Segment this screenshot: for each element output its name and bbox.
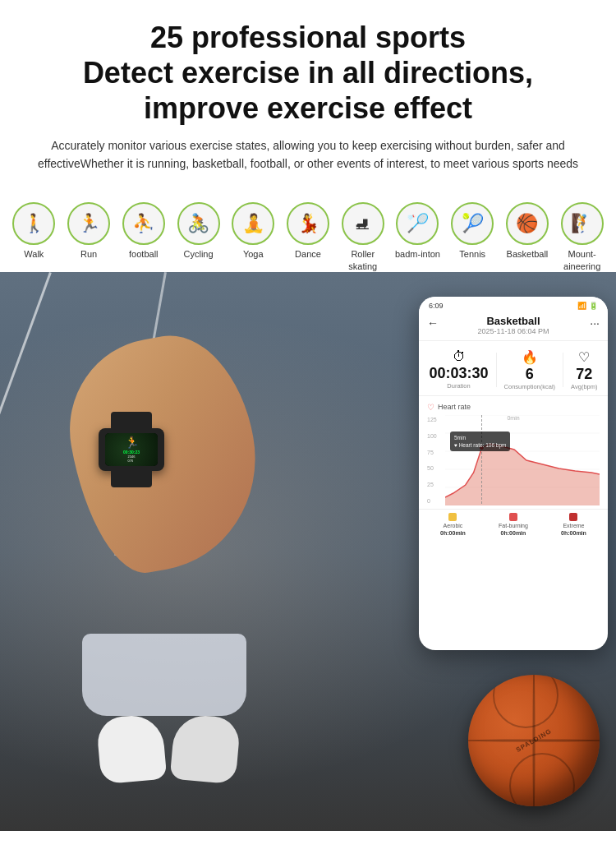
sports-row: 🚶 Walk 🏃 Run ⛹ football 🚴 Cycling 🧘 Yoga…: [0, 194, 616, 272]
dance-label: Dance: [295, 248, 321, 260]
phone-legend: Aerobic 0h:00min Fat-burning 0h:00min Ex…: [419, 509, 608, 541]
aerobic-dot: [448, 513, 457, 521]
sport-item-walk: 🚶 Walk: [8, 202, 60, 260]
roller-label: Roller skating: [337, 248, 388, 272]
fat-burning-name: Fat-burning: [499, 523, 528, 528]
stat-duration: ⏱ 00:03:30 Duration: [430, 349, 489, 390]
sport-item-dance: 💃 Dance: [283, 202, 334, 260]
heart-rate-icon: ♡: [427, 403, 434, 412]
basketball-arc-bottom: [509, 753, 575, 806]
stat-calories: 🔥 6 Consumption(kcal): [504, 349, 556, 390]
yoga-label: Yoga: [243, 248, 264, 260]
phone-header: ← Basketball 2025-11-18 06:04 PM ···: [419, 312, 608, 341]
dance-icon: 💃: [287, 202, 329, 245]
basketball-icon: 🏀: [506, 202, 549, 245]
aerobic-time: 0h:00min: [440, 530, 466, 536]
duration-icon: ⏱: [430, 349, 489, 364]
yoga-icon: 🧘: [232, 202, 274, 245]
more-button[interactable]: ···: [590, 316, 600, 330]
subtitle-text: Accurately monitor various exercise stat…: [21, 136, 595, 173]
watch-device: 🏃 00:30:23 2346076: [99, 428, 164, 471]
cycling-label: Cycling: [184, 248, 214, 260]
shoe-right: [170, 713, 241, 785]
extreme-name: Extreme: [563, 523, 584, 528]
tennis-icon: 🎾: [451, 202, 494, 245]
basketball-ball: SPALDING: [468, 675, 600, 806]
wrist-area: 🏃 00:30:23 2346076: [25, 321, 337, 601]
fat-burning-time: 0h:00min: [501, 530, 526, 536]
mountaineering-label: Mount-aineering: [556, 248, 608, 272]
sport-item-cycling: 🚴 Cycling: [172, 202, 224, 260]
badminton-icon: 🏸: [396, 202, 439, 245]
legend-aerobic: Aerobic 0h:00min: [440, 513, 466, 536]
chart-area: 125 100 75 50 25 0: [427, 415, 600, 505]
stat-heart-rate: ♡ 72 Avg(bpm): [571, 349, 597, 390]
legend-extreme: Extreme 0h:00min: [561, 513, 586, 536]
chart-y-labels: 125 100 75 50 25 0: [427, 415, 437, 505]
run-icon: 🏃: [67, 202, 110, 245]
watch-screen: 🏃 00:30:23 2346076: [105, 433, 158, 466]
sport-item-run: 🏃 Run: [63, 202, 115, 260]
sport-item-tennis: 🎾 Tennis: [447, 202, 499, 260]
sport-item-roller: ⛸ Roller skating: [337, 202, 388, 272]
phone-stats-row: ⏱ 00:03:30 Duration 🔥 6 Consumption(kcal…: [419, 341, 608, 396]
hr-value: 72: [571, 367, 597, 381]
football-icon: ⛹: [122, 202, 165, 245]
basketball-arc-top: [493, 675, 559, 728]
header-section: 25 professional sports Detect exercise i…: [0, 0, 616, 194]
chart-tooltip: 5min♥ Heart rate: 106 bpm: [450, 432, 510, 451]
tennis-label: Tennis: [459, 248, 485, 260]
phone-mockup: 6:09 📶 🔋 ← Basketball 2025-11-18 06:04 P…: [419, 297, 608, 650]
fat-burning-dot: [509, 513, 517, 521]
activity-date: 2025-11-18 06:04 PM: [429, 327, 598, 335]
calories-value: 6: [504, 367, 556, 381]
heart-rate-chart: [445, 415, 600, 505]
phone-status-bar: 6:09 📶 🔋: [419, 297, 608, 312]
activity-title: Basketball: [429, 315, 598, 327]
mountaineering-icon: 🧗: [561, 202, 604, 245]
legend-fat-burning: Fat-burning 0h:00min: [499, 513, 528, 536]
sport-item-basketball: 🏀 Basketball: [502, 202, 554, 260]
main-title: 25 professional sports Detect exercise i…: [16, 20, 600, 127]
run-label: Run: [80, 248, 97, 260]
football-label: football: [129, 248, 158, 260]
calories-label: Consumption(kcal): [504, 383, 556, 390]
walk-label: Walk: [24, 248, 44, 260]
basketball-brand: SPALDING: [515, 727, 554, 754]
duration-value: 00:03:30: [430, 366, 489, 381]
cycling-icon: 🚴: [177, 202, 220, 245]
heart-rate-text: Heart rate: [438, 403, 471, 411]
duration-label: Duration: [430, 382, 489, 390]
back-button[interactable]: ←: [427, 316, 439, 330]
aerobic-name: Aerobic: [444, 523, 463, 528]
shoe-left: [96, 713, 168, 785]
extreme-time: 0h:00min: [561, 530, 586, 536]
calories-icon: 🔥: [504, 349, 556, 365]
sport-item-yoga: 🧘 Yoga: [228, 202, 279, 260]
sport-item-badminton: 🏸 badm-inton: [392, 202, 444, 260]
watch-runner-icon: 🏃: [125, 436, 139, 449]
sport-item-football: ⛹ football: [117, 202, 169, 260]
sport-item-mountaineering: 🧗 Mount-aineering: [556, 202, 608, 272]
feet-area: [82, 634, 246, 782]
badminton-label: badm-inton: [395, 248, 440, 260]
watch-stats: 2346076: [128, 455, 136, 464]
bottom-scene: 🏃 00:30:23 2346076 SPALDING 6:09 📶 🔋 ← B…: [0, 272, 616, 831]
chart-section: ♡ Heart rate 125 100 75 50 25 0: [419, 396, 608, 509]
phone-time: 6:09: [429, 302, 444, 310]
extreme-dot: [569, 513, 577, 521]
shorts: [82, 634, 246, 716]
basketball-label: Basketball: [507, 248, 549, 260]
hr-icon: ♡: [571, 349, 597, 365]
walk-icon: 🚶: [12, 202, 55, 245]
roller-icon: ⛸: [342, 202, 384, 245]
phone-signal-icons: 📶 🔋: [577, 302, 598, 310]
heart-rate-label: ♡ Heart rate: [427, 403, 600, 412]
hr-label: Avg(bpm): [571, 383, 597, 390]
